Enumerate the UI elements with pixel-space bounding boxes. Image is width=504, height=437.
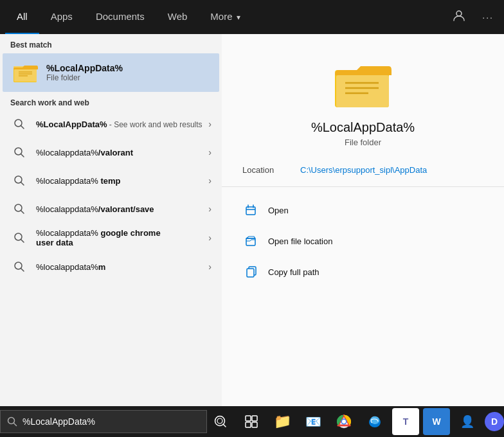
svg-rect-25 — [246, 207, 255, 215]
svg-line-19 — [21, 269, 24, 272]
chevron-right-icon: › — [208, 119, 212, 129]
left-panel: Best match %LocalAppData% — [0, 34, 222, 406]
result-title: %LocalAppData% — [311, 120, 415, 135]
taskbar-search-input[interactable] — [22, 416, 200, 427]
location-path-link[interactable]: C:\Users\erpsupport_sipl\AppData — [300, 165, 427, 175]
svg-point-32 — [217, 418, 222, 424]
svg-rect-36 — [246, 422, 251, 427]
folder-icon — [13, 60, 39, 85]
svg-line-33 — [223, 424, 226, 427]
search-icon — [10, 258, 28, 276]
copy-full-path-icon — [242, 263, 260, 281]
open-icon — [242, 201, 260, 219]
open-file-location-label: Open file location — [268, 236, 332, 246]
main-container: Best match %LocalAppData% — [0, 34, 504, 406]
svg-point-0 — [456, 11, 462, 16]
result-folder-icon — [334, 60, 392, 111]
top-navigation: All Apps Documents Web More ··· — [0, 0, 504, 34]
copy-full-path-action[interactable]: Copy full path — [222, 256, 504, 287]
location-row: Location C:\Users\erpsupport_sipl\AppDat… — [222, 165, 504, 187]
open-action[interactable]: Open — [222, 195, 504, 226]
copy-full-path-label: Copy full path — [268, 267, 320, 277]
search-icon — [10, 143, 28, 161]
list-item[interactable]: %localappdata%/valorant › — [0, 138, 222, 166]
taskbar-icons: 📁 📧 T W 👤 — [207, 408, 504, 435]
svg-rect-28 — [247, 269, 254, 277]
taskbar: 📁 📧 T W 👤 — [0, 406, 504, 437]
search-icon — [10, 172, 28, 190]
file-explorer-button[interactable]: 📁 — [269, 408, 296, 435]
svg-line-15 — [21, 211, 24, 214]
svg-rect-34 — [246, 416, 251, 421]
open-file-location-icon — [242, 232, 260, 250]
svg-rect-35 — [252, 416, 257, 421]
svg-line-30 — [14, 424, 17, 426]
chevron-right-icon: › — [208, 233, 212, 243]
search-icon — [10, 200, 28, 218]
more-options-button[interactable]: ··· — [477, 10, 499, 25]
svg-rect-37 — [252, 422, 257, 427]
chrome-button[interactable] — [330, 408, 357, 435]
list-item-text: %localappdata%/valorant — [36, 148, 208, 157]
search-icon — [10, 115, 28, 133]
best-match-label: Best match — [0, 34, 222, 53]
teams-button[interactable]: T — [392, 408, 419, 435]
list-item-text: %LocalAppData% - See work and web result… — [36, 120, 208, 129]
list-item[interactable]: %localappdata%m › — [0, 253, 222, 281]
result-subtitle: File folder — [345, 138, 381, 147]
svg-rect-21 — [336, 75, 389, 107]
best-match-title: %LocalAppData% — [46, 63, 123, 73]
list-item-text: %localappdata%m — [36, 262, 208, 272]
list-item[interactable]: %localappdata%/valorant/save › — [0, 195, 222, 223]
right-panel: %LocalAppData% File folder Location C:\U… — [222, 34, 504, 406]
tab-apps[interactable]: Apps — [39, 0, 84, 34]
svg-line-17 — [21, 240, 24, 243]
tab-more[interactable]: More — [199, 0, 251, 34]
chevron-right-icon: › — [208, 262, 212, 272]
best-match-text: %LocalAppData% File folder — [46, 63, 123, 82]
list-item-text: %localappdata%/valorant/save — [36, 204, 208, 214]
open-label: Open — [268, 206, 289, 215]
edge-button[interactable] — [361, 408, 388, 435]
outlook-button[interactable]: 📧 — [300, 408, 327, 435]
tab-all[interactable]: All — [5, 0, 39, 34]
list-item[interactable]: %localappdata% temp › — [0, 166, 222, 195]
unknown-icon-1[interactable]: 👤 — [454, 408, 481, 435]
tab-documents[interactable]: Documents — [84, 0, 156, 34]
list-item-text: %localappdata% temp — [36, 176, 208, 186]
chevron-right-icon: › — [208, 147, 212, 157]
taskbar-search-icon — [7, 416, 17, 427]
task-view-button[interactable] — [238, 408, 265, 435]
list-item[interactable]: %localappdata% google chromeuser data › — [0, 223, 222, 253]
word-button[interactable]: W — [423, 408, 450, 435]
chevron-down-icon — [235, 11, 240, 22]
tab-web[interactable]: Web — [156, 0, 199, 34]
chevron-right-icon: › — [208, 204, 212, 214]
discord-button[interactable]: D — [485, 412, 504, 431]
taskbar-search-button[interactable] — [207, 408, 234, 435]
svg-point-41 — [342, 420, 346, 424]
location-label: Location — [242, 165, 300, 175]
open-file-location-action[interactable]: Open file location — [222, 226, 504, 256]
taskbar-search[interactable] — [0, 410, 207, 433]
list-item[interactable]: %LocalAppData% - See work and web result… — [0, 110, 222, 138]
search-icon — [10, 229, 28, 247]
svg-line-13 — [21, 183, 24, 186]
user-icon-button[interactable] — [447, 6, 471, 28]
best-match-item[interactable]: %LocalAppData% File folder — [3, 53, 219, 92]
search-web-label: Search work and web — [0, 92, 222, 110]
svg-line-11 — [21, 154, 24, 157]
chevron-right-icon: › — [208, 175, 212, 186]
nav-icons: ··· — [447, 6, 499, 28]
svg-line-9 — [21, 126, 24, 129]
list-item-text: %localappdata% google chromeuser data — [36, 228, 208, 247]
best-match-subtitle: File folder — [46, 73, 123, 82]
